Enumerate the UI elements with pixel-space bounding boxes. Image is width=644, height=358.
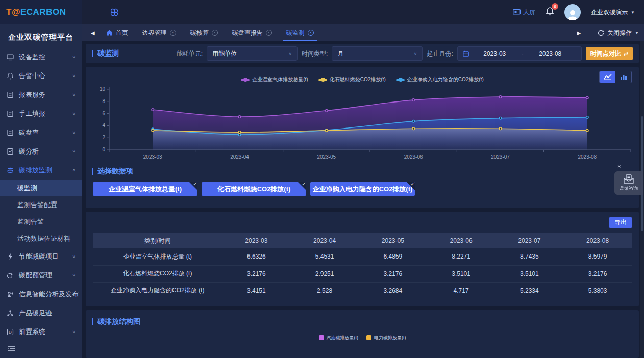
- sidebar-item-report-service[interactable]: 报表服务 ∨: [0, 85, 82, 104]
- cell-value: 5.2334: [495, 282, 563, 299]
- cell-value: 6.4859: [359, 248, 427, 265]
- big-screen-label: 大屏: [523, 8, 535, 17]
- account-menu[interactable]: 企业双碳演示 ▼: [591, 8, 635, 17]
- range-separator: -: [521, 50, 525, 57]
- close-icon[interactable]: ×: [617, 163, 621, 169]
- col-header-month: 2023-05: [359, 233, 427, 248]
- chart-legend: 企业温室气体排放总量(t) 化石燃料燃烧CO2排放(t) 企业净购入电力隐含的C…: [92, 76, 633, 83]
- svg-text:2: 2: [102, 135, 105, 140]
- sidebar-subitem-monitor-alert[interactable]: 监测告警: [0, 213, 82, 230]
- sidebar-item-label: 手工填报: [19, 109, 45, 118]
- legend-item-fossil-co2[interactable]: 化石燃料燃烧CO2排放(t): [318, 76, 386, 83]
- sidebar-item-front-system[interactable]: D 前置系统 ∨: [0, 322, 82, 341]
- close-tab-icon[interactable]: ×: [308, 30, 314, 36]
- legend-dot: [321, 78, 325, 82]
- tabs-scroll-left-icon[interactable]: ◀: [87, 30, 99, 36]
- app-root: T@ECARBON 企业双碳管理平台 设备监控 ∨ 告警中心 ∨ 报表服务 ∨ …: [0, 0, 644, 358]
- vertical-scrollbar[interactable]: [640, 41, 644, 358]
- bar-chart-toggle[interactable]: [615, 71, 631, 83]
- logo-left: T@: [6, 7, 20, 17]
- time-compare-button[interactable]: 时间点对比 ⇄: [586, 47, 633, 60]
- sidebar-item-emission-monitor[interactable]: 碳排放监测 ∧: [0, 161, 82, 180]
- bar-chart-icon: [620, 74, 627, 80]
- chevron-down-icon: ∨: [72, 112, 76, 116]
- legend-item-total-ghg[interactable]: 企业温室气体排放总量(t): [241, 76, 308, 83]
- select-data-title: 选择数据项: [92, 167, 633, 176]
- sidebar-item-device-monitor[interactable]: 设备监控 ∨: [0, 47, 82, 66]
- document-icon: [6, 129, 14, 137]
- structure-legend-electricity[interactable]: 电力碳排放量(t): [366, 335, 406, 341]
- svg-text:2023-06: 2023-06: [404, 154, 423, 160]
- legend-label: 汽油碳排放量(t): [327, 335, 359, 341]
- caret-down-icon: ▼: [631, 10, 635, 15]
- time-type-label: 时间类型:: [302, 49, 328, 58]
- sidebar-subitem-activity-evidence[interactable]: 活动数据佐证材料: [0, 230, 82, 247]
- tab-boundary-mgmt[interactable]: 边界管理 ×: [135, 24, 183, 41]
- sidebar-item-energy-saving[interactable]: 节能减碳项目 ∨: [0, 247, 82, 266]
- option-fossil-co2[interactable]: 化石燃料燃烧CO2排放(t) ✓: [202, 182, 306, 196]
- legend-label: 企业净购入电力隐含的CO2排放(t): [407, 76, 484, 83]
- col-header-month: 2023-08: [563, 233, 632, 248]
- notifications-button[interactable]: 8: [546, 7, 554, 18]
- sidebar-item-carbon-analysis[interactable]: 碳分析 ∨: [0, 142, 82, 161]
- sidebar-item-manual-entry[interactable]: 手工填报 ∨: [0, 104, 82, 123]
- chevron-down-icon: ∨: [72, 149, 76, 154]
- legend-item-purchased-power[interactable]: 企业净购入电力隐含的CO2排放(t): [396, 76, 484, 83]
- chevron-up-icon: ∧: [72, 168, 76, 172]
- close-operations-menu[interactable]: 关闭操作 ▼: [590, 29, 639, 37]
- notification-badge: 8: [552, 3, 558, 10]
- export-button[interactable]: 导出: [609, 217, 632, 228]
- cell-value: 2.9251: [290, 265, 359, 282]
- apps-grid-icon[interactable]: [109, 7, 119, 17]
- avatar[interactable]: [564, 4, 581, 20]
- energy-unit-select[interactable]: 用能单位 ∨: [207, 46, 298, 61]
- svg-text:2023-05: 2023-05: [317, 154, 336, 160]
- tab-home[interactable]: 首页: [99, 24, 135, 41]
- filter-card: 碳监测 能耗单元: 用能单位 ∨ 时间类型: 月 ∨ 起止月份:: [86, 44, 639, 63]
- close-tab-icon[interactable]: ×: [266, 30, 272, 36]
- big-screen-button[interactable]: 大屏: [513, 8, 535, 17]
- sidebar-item-carbon-quota[interactable]: 碳配额管理 ∨: [0, 266, 82, 285]
- table-row: 企业温室气体排放总量 (t) 6.6326 5.4531 6.4859 8.22…: [93, 248, 632, 265]
- chevron-down-icon: ∨: [72, 330, 76, 334]
- feedback-button[interactable]: 反馈咨询: [614, 171, 643, 195]
- page-title-text: 碳监测: [97, 49, 119, 58]
- sidebar-subitem-carbon-monitor[interactable]: 碳监测: [0, 180, 82, 196]
- sidebar-item-product-footprint[interactable]: 产品碳足迹: [0, 303, 82, 322]
- cell-value: 3.5101: [495, 265, 563, 282]
- col-header-category: 类别/时间: [93, 233, 222, 248]
- tab-carbon-monitor[interactable]: 碳监测 ×: [279, 24, 321, 41]
- compare-arrows-icon: ⇄: [624, 50, 628, 57]
- sidebar-item-label: 碳分析: [19, 147, 39, 156]
- sidebar-item-carbon-inventory[interactable]: 碳盘查 ∨: [0, 123, 82, 142]
- data-options: 企业温室气体排放总量(t) ✓ 化石燃料燃烧CO2排放(t) ✓ 企业净购入电力…: [93, 182, 633, 196]
- tab-inventory-report[interactable]: 碳盘查报告 ×: [225, 24, 279, 41]
- collapse-sidebar-icon[interactable]: [7, 344, 15, 353]
- structure-legend-gasoline[interactable]: 汽油碳排放量(t): [319, 335, 359, 341]
- legend-label: 电力碳排放量(t): [374, 335, 406, 341]
- close-tab-icon[interactable]: ×: [170, 30, 176, 36]
- sidebar-subitem-alert-config[interactable]: 监测告警配置: [0, 196, 82, 213]
- cell-value: 3.2176: [563, 265, 632, 282]
- tabs-scroll-right-icon[interactable]: ▶: [573, 30, 585, 36]
- time-type-select[interactable]: 月 ∨: [332, 46, 423, 61]
- cell-value: 8.7435: [495, 248, 563, 265]
- sidebar-item-info-analysis[interactable]: 信息智能分析及发布: [0, 285, 82, 303]
- line-chart-toggle[interactable]: [600, 71, 615, 83]
- option-purchased-power[interactable]: 企业净购入电力隐含的CO2排放(t) ✓: [310, 182, 415, 196]
- emissions-line-chart[interactable]: 02468102023-032023-042023-052023-062023-…: [92, 85, 635, 166]
- document-icon: [6, 91, 14, 99]
- chart-type-toggle: [599, 71, 632, 83]
- tab-carbon-accounting[interactable]: 碳核算 ×: [183, 24, 225, 41]
- tab-label: 首页: [116, 29, 128, 37]
- svg-text:2023-07: 2023-07: [491, 154, 510, 160]
- date-range-picker[interactable]: 2023-03 - 2023-08: [457, 46, 582, 61]
- sidebar-item-alarm-center[interactable]: 告警中心 ∨: [0, 66, 82, 85]
- chevron-down-icon: ∨: [72, 55, 76, 59]
- legend-dot: [399, 78, 403, 82]
- svg-text:4: 4: [102, 122, 105, 128]
- select-data-title-text: 选择数据项: [97, 167, 133, 176]
- svg-text:2023-04: 2023-04: [230, 154, 249, 160]
- option-total-ghg[interactable]: 企业温室气体排放总量(t) ✓: [93, 182, 197, 196]
- close-tab-icon[interactable]: ×: [212, 30, 218, 36]
